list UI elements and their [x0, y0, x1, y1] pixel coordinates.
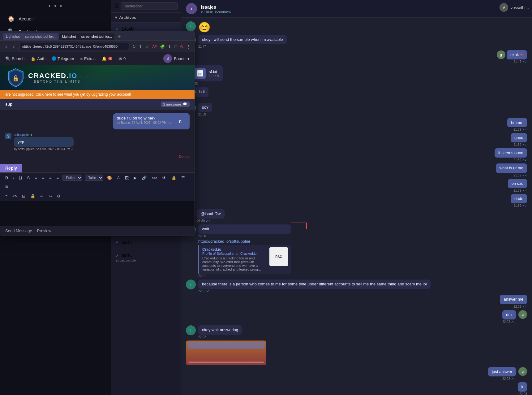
bubble-isaahf2w: @isaahf2w	[197, 209, 225, 219]
image-button[interactable]: 🖼	[123, 175, 130, 181]
highlight-button[interactable]: A	[116, 175, 121, 181]
sup-label: sup	[5, 102, 12, 106]
align-right-button[interactable]: ≡	[48, 175, 53, 181]
user-menu[interactable]: B Baane ▾	[163, 54, 190, 63]
download-icon[interactable]: ⬇	[167, 44, 172, 50]
logo-text: CRACKED.IO — BEYOND THE LIMITS —	[28, 72, 86, 83]
chat-bubble-icon: 💬	[183, 102, 187, 106]
notifications-nav[interactable]: 🔔 2	[102, 56, 112, 61]
align-center-button[interactable]: ≡	[41, 175, 46, 181]
back-button[interactable]: ‹	[3, 43, 9, 50]
msg-content-1: dude r u on tlg w me?	[117, 116, 172, 120]
outgoing-bubble-1: dude r u on tlg w me? by Baane, 22 April…	[113, 113, 190, 129]
extension2-icon[interactable]: 🧩	[159, 44, 166, 50]
search-input[interactable]	[121, 2, 178, 10]
bold-button[interactable]: B	[4, 175, 9, 181]
link-subtitle: Profile of Softsupplier on Cracked.io	[202, 252, 267, 255]
share-icon[interactable]: ⬆	[138, 44, 143, 50]
tab1-close[interactable]: ✕	[58, 35, 58, 38]
browser-tab-2[interactable]: Lightshot — screenshot tool for... ✕	[59, 33, 115, 40]
undo-button[interactable]: ↩	[39, 193, 45, 199]
link-button[interactable]: 🔗	[140, 175, 148, 181]
bookmark-icon[interactable]: ☆	[144, 44, 150, 50]
user-circle-icon[interactable]: ⊙	[179, 44, 184, 50]
file-time: 21:51	[191, 82, 223, 85]
send-message-button[interactable]: Send Message	[5, 228, 32, 233]
msg-on-cio: on c.io 21:59 ✓✓	[508, 179, 527, 192]
cast-icon[interactable]: □	[174, 44, 178, 50]
tab2-label: Lightshot — screenshot tool for...	[62, 35, 112, 38]
bubble-seems-good: it seems good	[495, 148, 527, 158]
link-preview-content: Cracked.io Profile of Softsupplier on Cr…	[202, 247, 288, 271]
site-nav-telegram[interactable]: Telegram	[52, 56, 74, 61]
preview-button[interactable]: Preview	[37, 228, 51, 233]
msg-bubble-okok: okok ❤	[507, 50, 527, 59]
menu-icon[interactable]: ⋮	[186, 44, 191, 50]
messages-icon: ✉	[118, 56, 122, 61]
table-button[interactable]: ⊞	[4, 183, 10, 189]
check-icon: ✓	[116, 254, 119, 258]
file-info: sf.txt 1.9 KB	[209, 69, 219, 78]
align-left-button[interactable]: ≡	[33, 175, 38, 181]
msg-wait-link: i wait 22:00 https://cracked.io/softsupp…	[186, 224, 459, 278]
archive-item-16[interactable]: ✓ sam.	[111, 236, 181, 249]
size-select[interactable]: Taille	[85, 175, 103, 181]
messages-nav[interactable]: ✉ 0	[118, 56, 126, 61]
underline-button[interactable]: U	[18, 175, 23, 181]
redo-button[interactable]: ↪	[47, 193, 53, 199]
chat-header: i isaajes en ligne récemment	[181, 0, 532, 18]
site-nav-extras[interactable]: ≡ Extras	[80, 56, 95, 61]
msg-k: k 22:03	[518, 382, 527, 395]
msg-okey-wait: i okey wait answering 22:02	[186, 325, 459, 339]
color-picker-button[interactable]: 🎨	[106, 175, 113, 181]
archive-footer-text: es des compte...	[116, 259, 138, 262]
quote-button[interactable]: ❝	[4, 193, 9, 199]
reply-editor[interactable]	[0, 201, 195, 226]
address-bar[interactable]	[19, 43, 129, 50]
incoming-msg-content: yep	[14, 137, 74, 147]
msg-dude: dude 21:59 ✓✓	[511, 194, 527, 207]
site-nav-auth[interactable]: 🔒 Auth	[31, 56, 45, 61]
strikethrough-button[interactable]: S	[26, 175, 31, 181]
code-button[interactable]: </>	[150, 175, 159, 181]
indent-button[interactable]: ⊟	[21, 193, 27, 199]
browser-tab-1[interactable]: Lightshot — screenshot tool for... ✕	[3, 33, 58, 40]
link-url[interactable]: https://cracked.io/softsupplier	[198, 239, 291, 244]
logo-main: CRACKED.IO	[28, 72, 86, 80]
font-select[interactable]: Police	[62, 175, 82, 181]
forward-button[interactable]: ›	[11, 43, 16, 50]
align-justify-button[interactable]: ≡	[55, 175, 60, 181]
tab2-close[interactable]: ✕	[114, 35, 115, 38]
site-nav-search[interactable]: 🔍 Search	[5, 56, 24, 61]
incoming-bubble-1: softsupplier ● yep by softsupplier, 22 A…	[14, 133, 74, 151]
video-button[interactable]: ▶	[132, 175, 138, 181]
code-inline-button[interactable]: <>	[11, 193, 18, 199]
list-button[interactable]: ☰	[180, 175, 186, 181]
extras-icon: ≡	[80, 56, 83, 61]
italic-button[interactable]: I	[12, 175, 15, 181]
archive-item-17[interactable]: ✓ sam. es des compte...	[111, 249, 181, 266]
archives-title: Archives	[119, 15, 136, 20]
spoiler-button[interactable]: 👁	[161, 175, 168, 181]
upgrade-banner[interactable]: are not upgraded. Click here to see what…	[0, 90, 195, 99]
sidebar-item-home[interactable]: 🏠 Accueil	[0, 12, 111, 25]
msg-time-okey: 21:47	[198, 45, 287, 48]
bubble-okey-wait: okey wait answering	[198, 325, 242, 335]
chat-partner-name: isaajes	[201, 4, 231, 10]
msg-okey-send: i okey i will send the sample when im av…	[186, 35, 459, 48]
chat-header-info: isaajes en ligne récemment	[201, 4, 231, 13]
chat-messages-list: i 😊 i okey i will send the sample when i…	[181, 18, 532, 395]
lock-content-button[interactable]: 🔒	[170, 175, 178, 181]
browser-tabs-bar: Lightshot — screenshot tool for... ✕ Lig…	[0, 31, 195, 41]
content-lock-button[interactable]: 🔒	[29, 193, 36, 199]
tab-add-button[interactable]: +	[115, 33, 123, 41]
settings-button[interactable]: ⚙	[56, 193, 62, 199]
extension1-icon[interactable]: AP	[151, 44, 158, 49]
delete-button[interactable]: Delete	[5, 153, 190, 160]
msg-okok: g okok ❤ 21:47 ✓✓	[497, 50, 527, 63]
time-good: 21:59 ✓✓	[513, 143, 527, 146]
refresh-icon[interactable]: ↻	[131, 44, 137, 50]
check-icon: ✓	[116, 240, 119, 245]
reply-button[interactable]: Reply	[0, 164, 22, 172]
messages-count: 0	[123, 56, 126, 61]
